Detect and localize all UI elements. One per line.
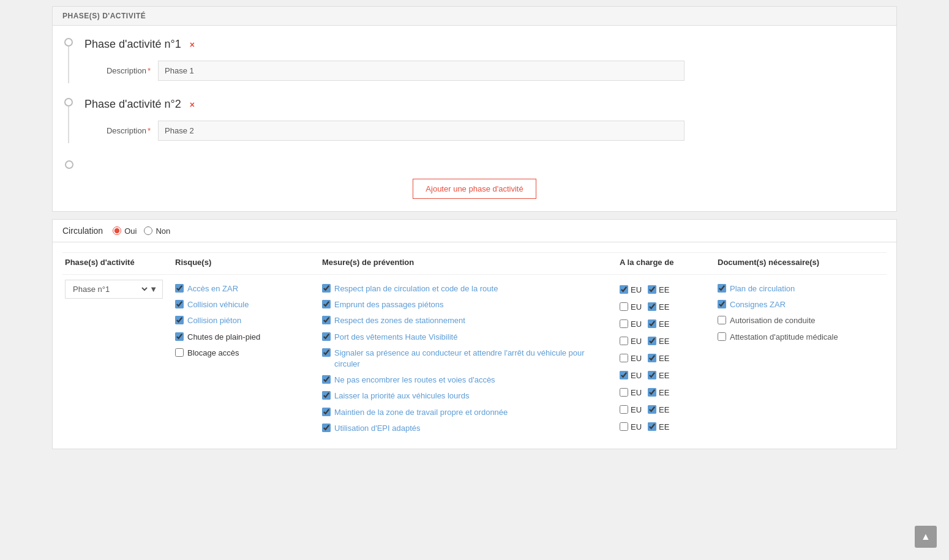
prev-checkbox-1[interactable] bbox=[322, 300, 331, 308]
ee-checkbox-5[interactable] bbox=[648, 371, 656, 379]
risk-checkbox-0[interactable] bbox=[175, 284, 184, 293]
add-phase-button[interactable]: Ajouter une phase d'activité bbox=[413, 179, 536, 199]
doc-label-0: Plan de circulation bbox=[730, 283, 795, 294]
doc-checkbox-0[interactable] bbox=[718, 284, 726, 293]
ee-label-4: EE bbox=[659, 354, 669, 363]
phases-section-header: PHASE(S) D'ACTIVITÉ bbox=[53, 7, 896, 26]
eu-checkbox-1[interactable] bbox=[620, 302, 628, 311]
risk-checkbox-4[interactable] bbox=[175, 348, 184, 357]
euee-row-4: EU EE bbox=[620, 352, 710, 364]
phase-dot-line-2 bbox=[62, 98, 75, 143]
prev-label-5: Ne pas encombrer les routes et voies d'a… bbox=[334, 375, 495, 386]
prev-checkbox-7[interactable] bbox=[322, 408, 331, 416]
euee-row-2: EU EE bbox=[620, 318, 710, 330]
phase-select-wrapper[interactable]: Phase n°1 ▼ bbox=[65, 280, 163, 299]
risk-label-0: Accès en ZAR bbox=[187, 283, 238, 294]
radio-oui[interactable] bbox=[113, 226, 121, 235]
eu-checkbox-7[interactable] bbox=[620, 405, 628, 414]
eu-checkbox-8[interactable] bbox=[620, 422, 628, 431]
euee-row-8: EU EE bbox=[620, 420, 710, 433]
phase-title-2: Phase d'activité n°2 bbox=[84, 98, 181, 111]
prev-item-7: Maintien de la zone de travail propre et… bbox=[322, 407, 612, 418]
phase-description-input-2[interactable] bbox=[158, 121, 685, 141]
phase-select[interactable]: Phase n°1 bbox=[70, 284, 149, 294]
eu-checkbox-0[interactable] bbox=[620, 285, 628, 294]
euee-pair-eu-8: EU bbox=[620, 422, 642, 431]
ee-label-2: EE bbox=[659, 319, 669, 329]
radio-non[interactable] bbox=[144, 226, 152, 235]
ee-checkbox-8[interactable] bbox=[648, 422, 656, 431]
euee-pair-ee-5: EE bbox=[648, 371, 669, 380]
prev-checkbox-2[interactable] bbox=[322, 316, 331, 324]
radio-non-label[interactable]: Non bbox=[156, 226, 170, 236]
euee-pair-ee-1: EE bbox=[648, 302, 669, 312]
doc-item-1: Consignes ZAR bbox=[718, 299, 882, 310]
risk-label-1: Collision véhicule bbox=[187, 299, 249, 310]
page-wrapper: PHASE(S) D'ACTIVITÉ Phase d'activité n°1… bbox=[46, 0, 903, 463]
risk-item-2: Collision piéton bbox=[175, 315, 315, 326]
eu-checkbox-3[interactable] bbox=[620, 337, 628, 345]
prev-label-0: Respect plan de circulation et code de l… bbox=[334, 283, 498, 294]
prev-checkbox-8[interactable] bbox=[322, 424, 331, 432]
table-grid: Phase(s) d'activité Risque(s) Mesure(s) … bbox=[62, 252, 887, 439]
phase-dot-line-1 bbox=[62, 38, 75, 83]
risk-label-3: Chutes de plain-pied bbox=[187, 332, 260, 343]
phase-item-1: Phase d'activité n°1 × Description* bbox=[62, 38, 887, 86]
ee-checkbox-2[interactable] bbox=[648, 319, 656, 328]
phase-item-2: Phase d'activité n°2 × Description* bbox=[62, 98, 887, 146]
phase-delete-btn-2[interactable]: × bbox=[187, 100, 197, 110]
ee-label-1: EE bbox=[659, 302, 669, 312]
risk-checkbox-1[interactable] bbox=[175, 300, 184, 308]
eu-checkbox-4[interactable] bbox=[620, 354, 628, 362]
radio-oui-label[interactable]: Oui bbox=[124, 226, 137, 236]
risk-checkbox-3[interactable] bbox=[175, 332, 184, 341]
phases-body: Phase d'activité n°1 × Description* bbox=[53, 26, 896, 211]
eu-checkbox-6[interactable] bbox=[620, 388, 628, 397]
radio-option-non[interactable]: Non bbox=[144, 226, 170, 236]
doc-checkbox-2[interactable] bbox=[718, 316, 726, 324]
doc-label-2: Autorisation de conduite bbox=[730, 315, 815, 326]
phase-delete-btn-1[interactable]: × bbox=[187, 40, 197, 50]
eu-checkbox-2[interactable] bbox=[620, 319, 628, 328]
euee-pair-ee-3: EE bbox=[648, 337, 669, 346]
eu-label-7: EU bbox=[631, 405, 642, 414]
ee-checkbox-4[interactable] bbox=[648, 354, 656, 362]
phase-title-row-2: Phase d'activité n°2 × bbox=[84, 98, 887, 111]
doc-item-2: Autorisation de conduite bbox=[718, 315, 882, 326]
phase-line-2 bbox=[68, 106, 69, 143]
risk-checkbox-2[interactable] bbox=[175, 316, 184, 324]
euee-pair-eu-3: EU bbox=[620, 337, 642, 346]
prev-label-1: Emprunt des passages piétons bbox=[334, 299, 444, 310]
doc-checkbox-1[interactable] bbox=[718, 300, 726, 308]
phase-title-row-1: Phase d'activité n°1 × bbox=[84, 38, 887, 51]
doc-label-3: Attestation d'aptitude médicale bbox=[730, 332, 838, 343]
radio-option-oui[interactable]: Oui bbox=[113, 226, 137, 236]
circulation-radio-group: Oui Non bbox=[113, 226, 170, 236]
eu-label-8: EU bbox=[631, 422, 642, 431]
ee-checkbox-7[interactable] bbox=[648, 405, 656, 414]
phase-description-input-1[interactable] bbox=[158, 61, 685, 81]
col-cell-risks: Accès en ZAR Collision véhicule Collisio… bbox=[173, 275, 320, 439]
prev-checkbox-0[interactable] bbox=[322, 284, 331, 293]
ee-checkbox-0[interactable] bbox=[648, 285, 656, 294]
eu-label-3: EU bbox=[631, 337, 642, 346]
eu-label-1: EU bbox=[631, 302, 642, 312]
prev-checkbox-4[interactable] bbox=[322, 348, 331, 357]
eu-label-2: EU bbox=[631, 319, 642, 329]
phase-description-label-2: Description* bbox=[84, 126, 158, 135]
euee-pair-eu-0: EU bbox=[620, 285, 642, 294]
euee-list: EU EE EU bbox=[620, 280, 710, 433]
euee-row-3: EU EE bbox=[620, 335, 710, 347]
eu-checkbox-5[interactable] bbox=[620, 371, 628, 379]
ee-checkbox-3[interactable] bbox=[648, 337, 656, 345]
prev-checkbox-6[interactable] bbox=[322, 391, 331, 400]
col-cell-prevention: Respect plan de circulation et code de l… bbox=[320, 275, 617, 439]
ee-checkbox-1[interactable] bbox=[648, 302, 656, 311]
phase-content-2: Phase d'activité n°2 × Description* bbox=[84, 98, 887, 146]
euee-pair-ee-4: EE bbox=[648, 354, 669, 363]
doc-checkbox-3[interactable] bbox=[718, 332, 726, 341]
prev-checkbox-3[interactable] bbox=[322, 332, 331, 341]
ee-checkbox-6[interactable] bbox=[648, 388, 656, 397]
docs-list: Plan de circulation Consignes ZAR Autori… bbox=[718, 280, 882, 343]
prev-checkbox-5[interactable] bbox=[322, 375, 331, 384]
